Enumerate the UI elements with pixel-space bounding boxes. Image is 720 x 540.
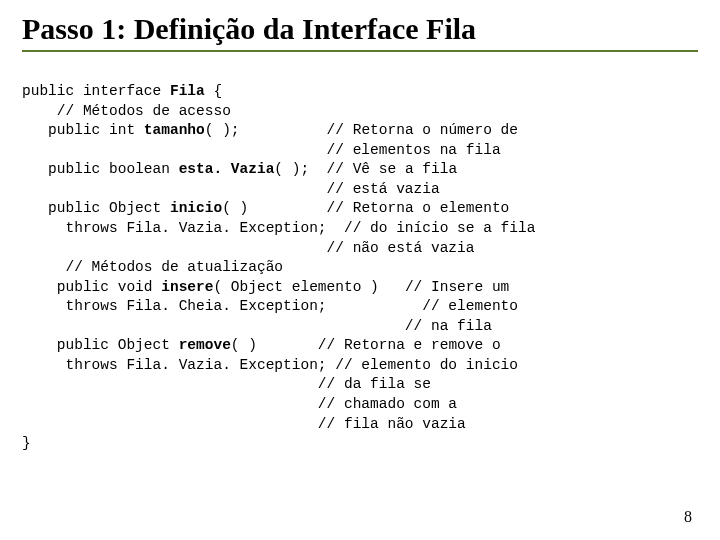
code-line: public int tamanho( ); // Retorna o núme…: [22, 122, 518, 138]
code-line: public interface Fila {: [22, 83, 222, 99]
code-block: public interface Fila { // Métodos de ac…: [22, 82, 698, 454]
code-line: // está vazia: [22, 181, 440, 197]
code-line: // não está vazia: [22, 240, 474, 256]
code-line: public Object inicio( ) // Retorna o ele…: [22, 200, 509, 216]
code-line: // na fila: [22, 318, 492, 334]
code-line: }: [22, 435, 31, 451]
code-line: throws Fila. Vazia. Exception; // do iní…: [22, 220, 535, 236]
code-line: // Métodos de acesso: [22, 103, 231, 119]
code-line: public void insere( Object elemento ) //…: [22, 279, 509, 295]
code-line: throws Fila. Vazia. Exception; // elemen…: [22, 357, 518, 373]
code-line: // fila não vazia: [22, 416, 466, 432]
code-line: public boolean esta. Vazia( ); // Vê se …: [22, 161, 457, 177]
slide-title: Passo 1: Definição da Interface Fila: [22, 12, 698, 46]
code-line: throws Fila. Cheia. Exception; // elemen…: [22, 298, 518, 314]
code-line: // chamado com a: [22, 396, 457, 412]
code-line: // da fila se: [22, 376, 431, 392]
code-line: // elementos na fila: [22, 142, 501, 158]
page-number: 8: [684, 508, 692, 526]
title-underline: [22, 50, 698, 52]
slide: Passo 1: Definição da Interface Fila pub…: [0, 0, 720, 540]
code-line: public Object remove( ) // Retorna e rem…: [22, 337, 501, 353]
code-line: // Métodos de atualização: [22, 259, 283, 275]
